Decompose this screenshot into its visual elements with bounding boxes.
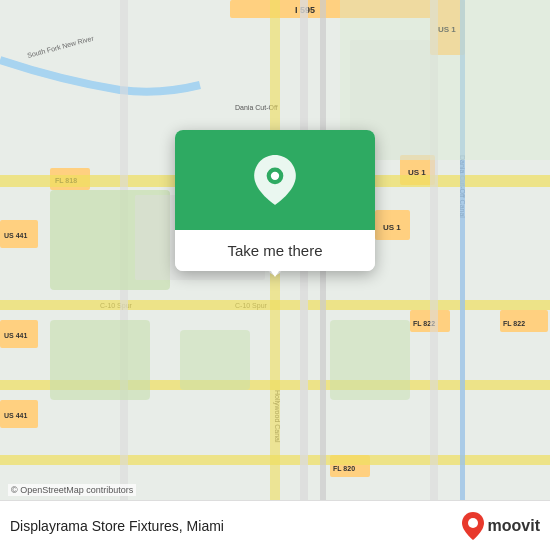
- popup-tail: [265, 263, 285, 277]
- store-name: Displayrama Store Fixtures, Miami: [10, 518, 462, 534]
- popup-green-header: [175, 130, 375, 230]
- svg-text:FL 820: FL 820: [333, 465, 355, 472]
- popup-card: Take me there: [175, 130, 375, 271]
- svg-text:FL 822: FL 822: [503, 320, 525, 327]
- moovit-logo: moovit: [462, 512, 540, 540]
- svg-text:US 441: US 441: [4, 332, 27, 339]
- svg-rect-42: [180, 330, 250, 390]
- map-container[interactable]: South Fork New River I 595 US 1 US 1 US …: [0, 0, 550, 500]
- location-pin-icon: [250, 155, 300, 205]
- bottom-bar: Displayrama Store Fixtures, Miami moovit: [0, 500, 550, 550]
- svg-text:US 441: US 441: [4, 232, 27, 239]
- moovit-text: moovit: [488, 517, 540, 535]
- svg-rect-40: [50, 320, 150, 400]
- map-attribution: © OpenStreetMap contributors: [8, 484, 136, 496]
- svg-rect-41: [330, 320, 410, 400]
- svg-point-49: [468, 518, 478, 528]
- svg-point-48: [271, 172, 279, 180]
- svg-text:US 441: US 441: [4, 412, 27, 419]
- svg-text:US 1: US 1: [383, 223, 401, 232]
- moovit-pin-icon: [462, 512, 484, 540]
